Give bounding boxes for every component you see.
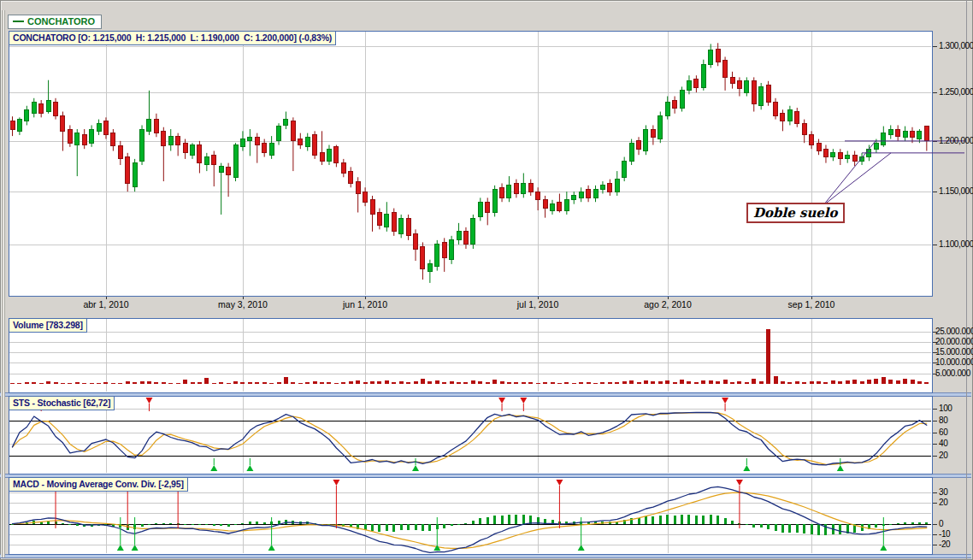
volume-axis-tick-label: 15.000.000 xyxy=(935,347,973,357)
price-axis-tick-label: 1.100,000 xyxy=(939,239,973,249)
macd-axis-tick-label: 20 xyxy=(939,498,947,507)
price-axis-tick-label: 1.150,000 xyxy=(939,186,973,196)
volume-panel-label[interactable]: Volume [783.298] xyxy=(9,318,87,333)
macd-axis-tick-label: 0 xyxy=(939,519,943,528)
date-axis-tick-label: jun 1, 2010 xyxy=(343,299,387,309)
date-axis-tick-label: jul 1, 2010 xyxy=(517,299,558,309)
volume-axis-tick-label: 10.000.000 xyxy=(935,357,973,367)
legend-label: CONCHATORO xyxy=(27,16,95,27)
date-axis-tick-label: abr 1, 2010 xyxy=(83,299,128,309)
date-axis-tick-label: ago 2, 2010 xyxy=(644,299,691,309)
macd-axis-tick-label: -20 xyxy=(939,539,950,549)
stochastic-panel-label[interactable]: STS - Stochastic [62,72] xyxy=(9,396,115,410)
price-axis-tick-label: 1.200,000 xyxy=(939,136,973,145)
volume-axis-tick-label: 20.000.000 xyxy=(935,337,973,346)
date-axis-tick-label: sep 1, 2010 xyxy=(788,299,835,309)
stochastic-axis-tick-label: 100 xyxy=(939,404,952,413)
macd-axis-tick-label: 30 xyxy=(939,487,947,497)
legend-line-swatch xyxy=(13,21,24,22)
macd-panel-label[interactable]: MACD - Moving Average Conv. Div. [-2,95] xyxy=(9,477,188,492)
stochastic-axis-tick-label: 20 xyxy=(939,451,947,460)
series-legend[interactable]: CONCHATORO xyxy=(8,15,102,29)
volume-axis-tick-label: 25.000.000 xyxy=(935,327,973,336)
price-axis-tick-label: 1.300,000 xyxy=(939,41,973,50)
stochastic-axis-tick-label: 80 xyxy=(939,416,947,425)
double-bottom-annotation[interactable]: Doble suelo xyxy=(746,203,845,223)
macd-axis-tick-label: -10 xyxy=(939,529,950,539)
price-axis-tick-label: 1.250,000 xyxy=(939,87,973,97)
chart-canvas[interactable] xyxy=(0,0,973,560)
stochastic-axis-tick-label: 60 xyxy=(939,427,947,437)
price-info-bar[interactable]: CONCHATORO [O: 1.215,000 H: 1.215,000 L:… xyxy=(9,31,336,45)
window-right-edge xyxy=(966,0,967,560)
volume-axis-tick-label: 5.000.000 xyxy=(935,368,970,378)
window-splitter-handle[interactable] xyxy=(1,10,5,557)
date-axis-tick-label: may 3, 2010 xyxy=(218,299,268,309)
stochastic-axis-tick-label: 40 xyxy=(939,439,947,448)
chart-window: CONCHATORO CONCHATORO [O: 1.215,000 H: 1… xyxy=(0,0,973,560)
